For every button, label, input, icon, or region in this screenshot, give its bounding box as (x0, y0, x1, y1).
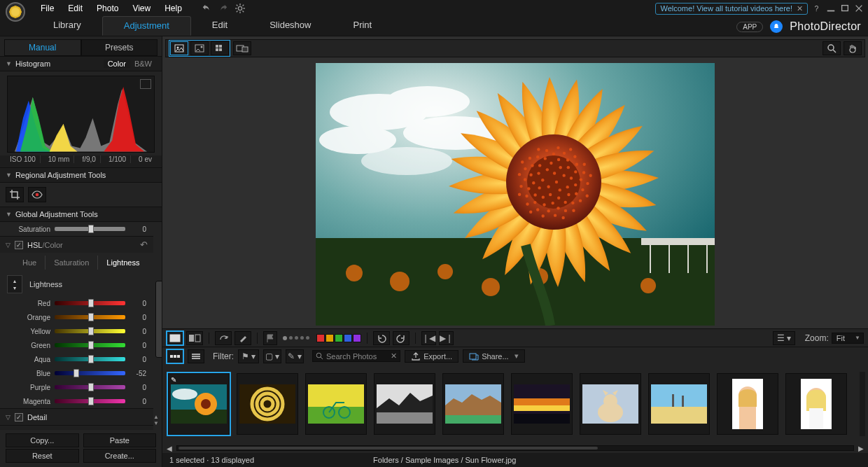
channel-aqua-value[interactable]: 0 (125, 356, 149, 363)
channel-green-slider[interactable] (55, 343, 125, 347)
thumb-size-list-button[interactable] (188, 349, 204, 363)
filter-label-button[interactable]: ▢ ▾ (263, 349, 281, 363)
menu-edit[interactable]: Edit (61, 4, 90, 13)
thumb-lake-bw[interactable] (374, 373, 435, 435)
thumb-sunset[interactable] (511, 373, 573, 435)
chevron-down-icon[interactable]: ▼ (6, 211, 12, 218)
channel-green-value[interactable]: 0 (125, 342, 149, 349)
hsl-enable-checkbox[interactable]: ✓ (15, 241, 23, 249)
saturation-value[interactable]: 0 (125, 225, 149, 233)
channel-blue-slider[interactable] (55, 371, 125, 375)
view-split-button[interactable] (190, 41, 209, 55)
share-button[interactable]: Share... (463, 349, 525, 363)
color-labels[interactable] (316, 334, 361, 342)
thumb-bicycle[interactable] (305, 373, 367, 435)
channel-purple-value[interactable]: 0 (125, 384, 149, 391)
channel-yellow-value[interactable]: 0 (125, 328, 149, 335)
thumb-sunflower[interactable]: ✎ (168, 373, 230, 435)
zoom-select[interactable]: Fit (832, 333, 864, 344)
compare-side-button[interactable] (186, 331, 203, 345)
settings-icon[interactable] (235, 4, 245, 13)
filter-flag-button[interactable]: ⚑ ▾ (238, 349, 259, 363)
thumb-woman1[interactable] (717, 373, 778, 435)
tab-adjustment[interactable]: Adjustment (102, 16, 191, 36)
channel-purple-slider[interactable] (55, 385, 125, 389)
redeye-tool-button[interactable] (28, 187, 46, 202)
help-icon[interactable]: ? (812, 4, 822, 13)
tab-edit[interactable]: Edit (191, 16, 248, 36)
view-grid-button[interactable] (211, 41, 229, 55)
tab-slideshow[interactable]: Slideshow (248, 16, 332, 36)
rating-dots[interactable] (283, 336, 309, 340)
target-icon[interactable]: ⌖ (144, 428, 148, 430)
channel-red-slider[interactable] (55, 301, 125, 305)
minimize-icon[interactable] (826, 4, 836, 13)
export-button[interactable]: Export... (405, 350, 458, 363)
saturation-slider[interactable] (55, 227, 125, 231)
hsl-tab-hue[interactable]: Hue (14, 256, 46, 270)
menu-photo[interactable]: Photo (90, 4, 125, 13)
pan-tool-button[interactable] (844, 41, 862, 55)
thumb-spiral[interactable] (237, 373, 298, 435)
channel-orange-value[interactable]: 0 (125, 314, 149, 321)
rotate-button[interactable] (215, 331, 232, 345)
thumb-size-small-button[interactable] (167, 349, 183, 363)
subtab-presets[interactable]: Presets (81, 39, 158, 56)
maximize-icon[interactable] (840, 4, 850, 13)
history-undo-button[interactable] (373, 331, 390, 345)
hsl-group-header[interactable]: ▽ ✓ HSL / Color ↶ (0, 236, 153, 253)
flag-button[interactable] (263, 331, 277, 345)
thumb-cliffs[interactable] (442, 373, 504, 435)
hsl-tab-saturation[interactable]: Saturation (46, 256, 98, 270)
view-secondary-button[interactable] (233, 41, 251, 55)
compare-single-button[interactable] (167, 331, 183, 345)
next-photo-button[interactable]: ▶❘ (439, 331, 454, 345)
histogram-mode-color[interactable]: Color (104, 60, 130, 68)
channel-red-value[interactable]: 0 (125, 300, 149, 307)
channel-blue-value[interactable]: -52 (125, 370, 149, 377)
prev-photo-button[interactable]: ❘◀ (421, 331, 436, 345)
reset-button[interactable]: Reset (6, 449, 79, 463)
scroll-left-button[interactable]: ◀ (167, 445, 172, 452)
tab-library[interactable]: Library (32, 16, 102, 36)
thumb-cat[interactable] (580, 373, 641, 435)
filmstrip[interactable]: ✎ (162, 365, 868, 443)
hsl-reset-icon[interactable]: ↶ (140, 239, 148, 250)
menu-file[interactable]: File (34, 4, 61, 13)
paste-button[interactable]: Paste (83, 433, 157, 447)
search-input[interactable]: Search Photos ✕ (312, 350, 400, 362)
scroll-right-button[interactable]: ▶ (858, 445, 864, 452)
tab-print[interactable]: Print (332, 16, 393, 36)
chevron-down-icon[interactable]: ▼ (6, 172, 12, 179)
thumb-woman2[interactable] (785, 373, 847, 435)
history-redo-button[interactable] (393, 331, 410, 345)
filmstrip-scrollbar[interactable] (176, 445, 854, 451)
menu-help[interactable]: Help (158, 4, 189, 13)
zoom-tool-button[interactable] (822, 41, 841, 55)
view-single-button[interactable] (170, 41, 188, 55)
channel-magenta-value[interactable]: 0 (125, 398, 149, 405)
main-photo-preview[interactable] (316, 63, 715, 326)
channel-orange-slider[interactable] (55, 315, 125, 319)
channel-magenta-slider[interactable] (55, 399, 125, 403)
target-adjust-tool[interactable]: ▴▾ (7, 275, 22, 293)
tutorial-banner[interactable]: Welcome! View all tutorial videos here! … (655, 3, 808, 15)
panel-nav-arrows[interactable]: ▲▼ (153, 414, 160, 426)
filter-edit-button[interactable]: ✎ ▾ (286, 349, 304, 363)
close-icon[interactable]: ✕ (797, 4, 803, 13)
menu-view[interactable]: View (125, 4, 158, 13)
sort-menu-button[interactable]: ☰ ▾ (773, 331, 795, 345)
crop-tool-button[interactable] (6, 187, 24, 202)
subtab-manual[interactable]: Manual (4, 39, 81, 56)
panel-scrollbar[interactable] (155, 225, 160, 427)
notification-bell-icon[interactable] (770, 20, 783, 33)
channel-yellow-slider[interactable] (55, 329, 125, 333)
detail-group-header[interactable]: ▽ ✓ Detail (0, 408, 153, 425)
app-pill[interactable]: APP (736, 22, 763, 32)
histogram-mode-bw[interactable]: B&W (130, 60, 156, 68)
clear-search-icon[interactable]: ✕ (391, 351, 397, 361)
channel-aqua-slider[interactable] (55, 357, 125, 361)
undo-icon[interactable] (202, 4, 211, 13)
copy-button[interactable]: Copy... (6, 433, 79, 447)
chevron-down-icon[interactable]: ▼ (6, 60, 12, 67)
